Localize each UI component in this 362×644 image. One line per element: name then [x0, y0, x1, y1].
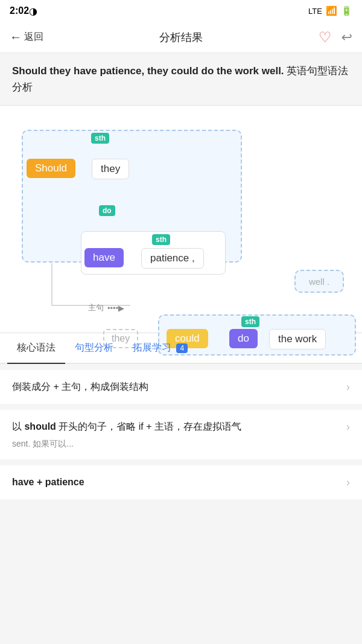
they1-chip-container: they: [92, 159, 129, 179]
status-time: 2:02: [10, 5, 29, 16]
sth-tag-top: sth: [91, 132, 109, 144]
grammar-card-2[interactable]: 以 should 开头的句子，省略 if + 主语，存在虚拟语气 › sent.…: [0, 410, 362, 459]
arrow-dots: ••••▶: [107, 304, 124, 313]
status-bar: 2:02 ◑ LTE 📶 🔋: [0, 0, 362, 22]
patience-chip: patience ,: [141, 248, 204, 269]
grammar-card-2-strong: should: [24, 421, 56, 432]
lte-label: LTE: [308, 7, 322, 16]
back-arrow-icon: ←: [10, 30, 22, 44]
should-chip-container: Should: [27, 159, 75, 178]
grammar-card-3-row: have + patience ›: [12, 475, 350, 489]
patience-chip-container: patience ,: [141, 248, 204, 269]
grammar-card-3-title: have + patience: [12, 475, 341, 489]
tab-pattern[interactable]: 句型分析: [65, 333, 123, 363]
signal-icon: 📶: [326, 5, 337, 16]
sth-badge-1: sth: [91, 133, 109, 144]
tab-core[interactable]: 核心语法: [7, 333, 65, 363]
they1-chip: they: [92, 159, 129, 179]
favorite-button[interactable]: ♡: [319, 29, 332, 46]
diagram-area: sth Should they do sth have patience ,: [0, 106, 362, 333]
battery-icon: 🔋: [341, 5, 352, 16]
well-chip: well .: [309, 276, 329, 287]
grammar-card-2-sub: sent. 如果可以...: [12, 439, 350, 450]
nav-actions: ♡ ↪: [319, 29, 352, 46]
do-badge-container: do: [99, 205, 115, 216]
grammar-card-1-row: 倒装成分 + 主句，构成倒装结构 ›: [12, 380, 350, 394]
sth-tag-inner: sth: [152, 234, 170, 245]
well-box: well .: [294, 270, 344, 293]
do-badge: do: [99, 205, 115, 216]
sth-badge-2: sth: [152, 234, 170, 245]
grammar-section: 倒装成分 + 主句，构成倒装结构 › 以 should 开头的句子，省略 if …: [0, 364, 362, 511]
do2-chip: do: [229, 329, 258, 348]
grammar-card-1[interactable]: 倒装成分 + 主句，构成倒装结构 ›: [0, 370, 362, 404]
chevron-icon-1: ›: [346, 381, 350, 394]
status-icons: LTE 📶 🔋: [308, 5, 352, 16]
thework-chip: the work: [269, 329, 326, 349]
grammar-card-2-row: 以 should 开头的句子，省略 if + 主语，存在虚拟语气 ›: [12, 419, 350, 434]
sentence-text: Should they have patience, they could do…: [12, 63, 350, 95]
tab-extend-badge: 4: [176, 343, 188, 353]
back-label: 返回: [24, 31, 43, 43]
thework-chip-container: the work: [269, 329, 326, 349]
sth-badge-3: sth: [241, 316, 259, 327]
share-button[interactable]: ↪: [341, 30, 352, 45]
do2-chip-container: do: [229, 329, 258, 348]
have-chip-container: have: [84, 248, 124, 267]
diagram-inner: sth Should they do sth have patience ,: [10, 115, 352, 320]
sentence-bold: Should they have patience, they could do…: [12, 65, 284, 77]
have-chip: have: [84, 248, 124, 267]
chevron-icon-3: ›: [346, 476, 350, 489]
grammar-card-3-strong: have + patience: [12, 477, 84, 487]
should-chip: Should: [27, 159, 75, 178]
grammar-card-3[interactable]: have + patience ›: [0, 465, 362, 499]
nav-bar: ← 返回 分析结果 ♡ ↪: [0, 22, 362, 53]
halfcircle-icon: ◑: [29, 5, 37, 17]
grammar-card-2-title: 以 should 开头的句子，省略 if + 主语，存在虚拟语气: [12, 419, 341, 434]
back-button[interactable]: ← 返回: [10, 30, 43, 44]
grammar-card-1-title: 倒装成分 + 主句，构成倒装结构: [12, 380, 341, 394]
tab-extend[interactable]: 拓展学习 4: [123, 333, 197, 363]
sentence-header: Should they have patience, they could do…: [0, 53, 362, 106]
main-clause-label: 主句 ••••▶: [88, 302, 124, 313]
main-clause-text: 主句: [88, 302, 104, 313]
page-title: 分析结果: [159, 30, 203, 45]
chevron-icon-2: ›: [346, 421, 350, 433]
sth-tag-bottom: sth: [241, 316, 259, 327]
